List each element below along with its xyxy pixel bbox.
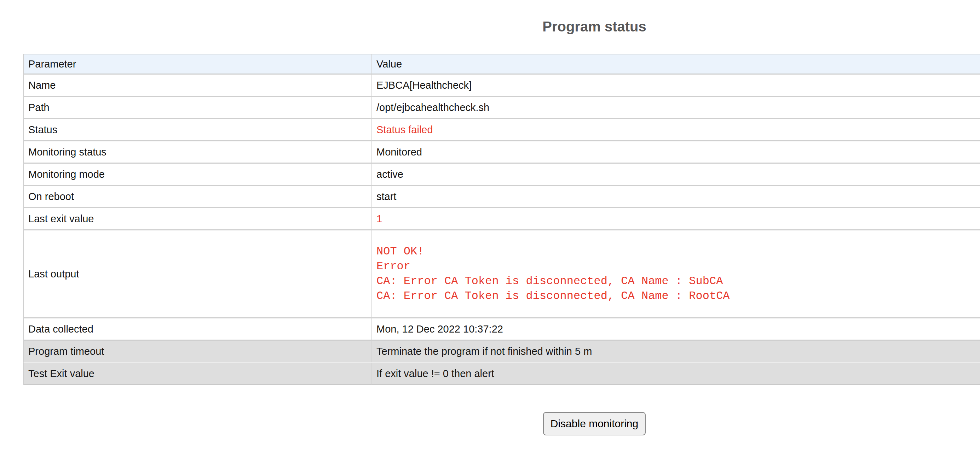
parameter-cell: Last output — [23, 230, 372, 319]
parameter-cell: On reboot — [23, 186, 372, 208]
table-row: Data collectedMon, 12 Dec 2022 10:37:22 — [23, 319, 980, 341]
value-cell: EJBCA[Healthcheck] — [372, 74, 980, 97]
status-table: Parameter Value NameEJBCA[Healthcheck]Pa… — [23, 54, 980, 385]
parameter-column-header: Parameter — [23, 54, 372, 74]
table-row: Monitoring statusMonitored — [23, 141, 980, 163]
last-output-text: NOT OK! Error CA: Error CA Token is disc… — [376, 244, 980, 304]
table-row: Last exit value1 — [23, 208, 980, 230]
table-row: Monitoring modeactive — [23, 163, 980, 186]
value-cell: Monitored — [372, 141, 980, 163]
page: Program status Parameter Value NameEJBCA… — [0, 18, 980, 435]
table-row: Path/opt/ejbcahealthcheck.sh — [23, 97, 980, 119]
table-row: Test Exit valueIf exit value != 0 then a… — [23, 363, 980, 385]
value-cell: active — [372, 163, 980, 186]
value-cell: If exit value != 0 then alert — [372, 363, 980, 385]
parameter-cell: Data collected — [23, 319, 372, 341]
value-cell: start — [372, 186, 980, 208]
table-row: Program timeoutTerminate the program if … — [23, 341, 980, 363]
value-cell: /opt/ejbcahealthcheck.sh — [372, 97, 980, 119]
table-row: Last outputNOT OK! Error CA: Error CA To… — [23, 230, 980, 319]
parameter-cell: Name — [23, 74, 372, 97]
parameter-cell: Status — [23, 119, 372, 141]
parameter-cell: Test Exit value — [23, 363, 372, 385]
table-row: NameEJBCA[Healthcheck] — [23, 74, 980, 97]
page-title: Program status — [0, 18, 980, 35]
disable-monitoring-button[interactable]: Disable monitoring — [543, 412, 646, 435]
table-row: StatusStatus failed — [23, 119, 980, 141]
button-bar: Disable monitoring — [0, 412, 980, 435]
parameter-cell: Monitoring status — [23, 141, 372, 163]
value-column-header: Value — [372, 54, 980, 74]
parameter-cell: Program timeout — [23, 341, 372, 363]
status-table-body: NameEJBCA[Healthcheck]Path/opt/ejbcaheal… — [23, 74, 980, 385]
parameter-cell: Last exit value — [23, 208, 372, 230]
table-row: On rebootstart — [23, 186, 980, 208]
value-cell: 1 — [372, 208, 980, 230]
value-cell: Status failed — [372, 119, 980, 141]
parameter-cell: Monitoring mode — [23, 163, 372, 186]
value-cell: Mon, 12 Dec 2022 10:37:22 — [372, 319, 980, 341]
value-cell: NOT OK! Error CA: Error CA Token is disc… — [372, 230, 980, 319]
parameter-cell: Path — [23, 97, 372, 119]
table-header-row: Parameter Value — [23, 54, 980, 74]
value-cell: Terminate the program if not finished wi… — [372, 341, 980, 363]
